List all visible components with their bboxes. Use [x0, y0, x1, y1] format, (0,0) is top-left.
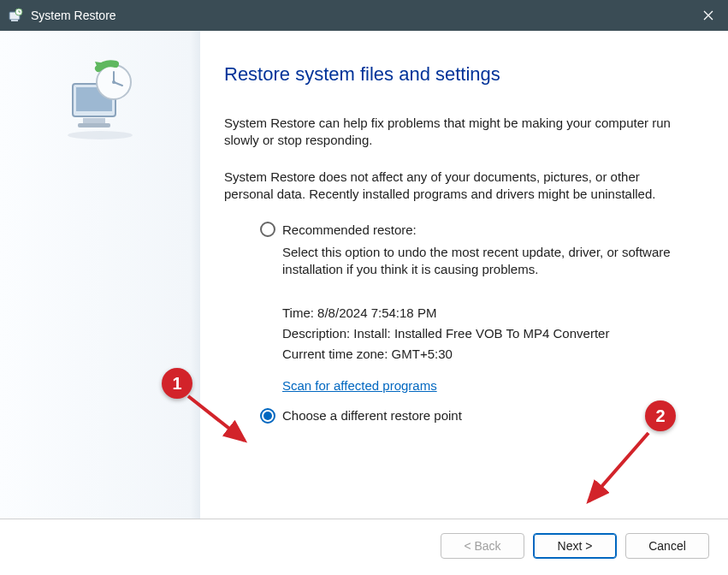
main-panel: Restore system files and settings System…	[200, 31, 728, 519]
option-recommended[interactable]: Recommended restore:	[260, 222, 685, 237]
radio-recommended[interactable]	[260, 222, 275, 237]
intro-paragraph-1: System Restore can help fix problems tha…	[224, 115, 685, 150]
cancel-button[interactable]: Cancel	[625, 533, 709, 559]
restore-point-time: Time: 8/8/2024 7:54:18 PM	[282, 303, 685, 323]
page-heading: Restore system files and settings	[224, 63, 685, 86]
option-different[interactable]: Choose a different restore point	[260, 408, 685, 424]
content-area: Restore system files and settings System…	[0, 31, 728, 519]
scan-affected-programs-link[interactable]: Scan for affected programs	[282, 378, 437, 393]
restore-point-timezone: Current time zone: GMT+5:30	[282, 344, 685, 365]
svg-rect-1	[11, 20, 18, 21]
title-bar: System Restore	[0, 0, 728, 31]
restore-point-description: Description: Install: Installed Free VOB…	[282, 323, 685, 344]
window-title: System Restore	[31, 9, 116, 22]
svg-rect-6	[83, 118, 105, 123]
close-icon	[703, 10, 713, 21]
button-bar: < Back Next > Cancel	[0, 519, 728, 572]
next-button[interactable]: Next >	[533, 533, 617, 559]
svg-point-3	[68, 131, 133, 139]
system-restore-icon	[57, 56, 143, 142]
radio-different[interactable]	[260, 408, 275, 424]
restore-options: Recommended restore: Select this option …	[260, 222, 685, 424]
app-icon	[7, 7, 24, 24]
back-button: < Back	[441, 533, 524, 559]
option-different-label: Choose a different restore point	[282, 408, 462, 423]
option-recommended-detail: Select this option to undo the most rece…	[282, 244, 685, 279]
svg-rect-7	[78, 123, 110, 127]
restore-point-info: Time: 8/8/2024 7:54:18 PM Description: I…	[282, 303, 685, 365]
side-panel	[0, 31, 200, 519]
intro-paragraph-2: System Restore does not affect any of yo…	[224, 169, 685, 204]
annotation-badge-2: 2	[645, 400, 676, 431]
close-button[interactable]	[689, 0, 728, 31]
option-recommended-label: Recommended restore:	[282, 222, 417, 237]
annotation-badge-1: 1	[162, 368, 192, 399]
